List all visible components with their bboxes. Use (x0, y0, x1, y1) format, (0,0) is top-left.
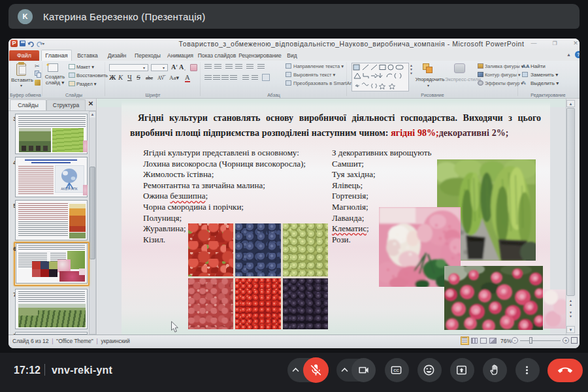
svg-text:AKCП YAПK: AKCП YAПK (61, 188, 78, 191)
svg-text:CC: CC (393, 368, 399, 372)
